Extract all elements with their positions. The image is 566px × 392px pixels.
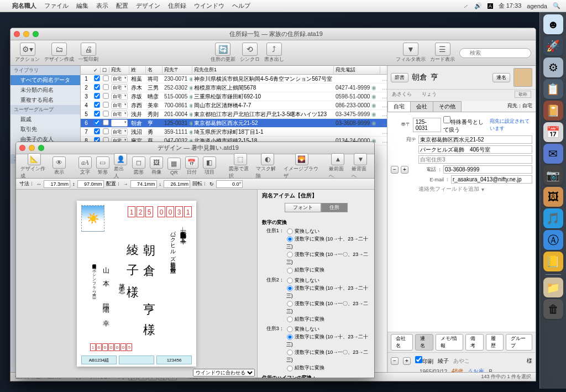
menu-layout[interactable]: 配置: [116, 2, 128, 10]
addr2-field[interactable]: [418, 145, 532, 154]
addr1-opt-kanji2[interactable]: 漢数字に変換 (10→一〇、23→二三): [284, 250, 370, 266]
design-create-button[interactable]: 🗂デザイン作成: [44, 43, 74, 63]
type-select[interactable]: 自宅: [111, 102, 128, 109]
height-field[interactable]: [77, 180, 104, 188]
row-check2[interactable]: [103, 111, 108, 116]
zoom-select[interactable]: ウインドウに合わせる: [193, 369, 255, 377]
dock-item[interactable]: 📅: [543, 122, 563, 142]
table-row[interactable]: 5自宅浅井秀則201-0004 ◉東京都狛江市岩戸北狛江市岩戸北1-3-5曙本ハ…: [81, 110, 387, 119]
width-field[interactable]: [44, 180, 70, 188]
avatar[interactable]: [513, 68, 532, 87]
table-row[interactable]: 6自宅朝倉亨125-0031 ◉東京都葛飾区西水元21-5203-3608-99…: [81, 119, 387, 128]
remove-contact-button[interactable]: −: [391, 166, 399, 174]
subtab-notes[interactable]: 備考: [465, 334, 484, 351]
tab-home[interactable]: 自宅: [387, 101, 411, 112]
menu-design[interactable]: デザイン: [136, 2, 160, 10]
table-row[interactable]: 7自宅浅沼勇359-1111 ◉埼玉県所沢市緑町18丁目1-1 …: [81, 128, 387, 137]
print-checkbox[interactable]: 印刷: [415, 356, 433, 365]
dock-item[interactable]: ⚙: [543, 58, 563, 77]
barcode-1[interactable]: AB1234組: [81, 356, 117, 364]
add-contact-button[interactable]: +: [401, 166, 408, 174]
filter-button[interactable]: ▼フィルタ表示: [396, 43, 426, 63]
subtab-history[interactable]: 履歴: [486, 334, 504, 351]
date-button[interactable]: 📅日付: [185, 156, 198, 176]
row-check1[interactable]: [94, 111, 99, 116]
item-button[interactable]: ◧項目: [203, 156, 216, 176]
special-zip-checkbox[interactable]: 特殊番号として扱う: [443, 116, 488, 134]
row-check2[interactable]: [103, 128, 108, 134]
sender-name2[interactable]: 菜子志: [118, 278, 126, 285]
barcode-3[interactable]: 123456: [156, 356, 192, 364]
addr1-opt-kanji1[interactable]: 漢数字に変換 (10→十、23→二十三): [284, 235, 370, 250]
search-input[interactable]: [459, 48, 531, 58]
table-row[interactable]: 1自宅相葉将司230-0071 ◉神奈川県横浜市鶴見区駒岡4-5-6青空マンショ…: [81, 75, 387, 83]
menu-edit[interactable]: 編集: [76, 2, 88, 10]
table-row[interactable]: 2自宅赤木三男252-0302 ◉相模原市南区上鶴間56780427-41-99…: [81, 83, 387, 92]
row-check1[interactable]: [94, 75, 99, 81]
recipient-name[interactable]: 朝 倉 亨 様: [141, 234, 158, 318]
barcode-2[interactable]: [119, 356, 154, 364]
row-check1[interactable]: [94, 128, 99, 134]
tel-field[interactable]: [443, 165, 532, 174]
row-check2[interactable]: [103, 119, 108, 125]
design-create-button[interactable]: 📐デザイン作成: [20, 153, 48, 180]
wifi-icon[interactable]: ⟋: [463, 3, 469, 9]
image-browser-button[interactable]: 🌄イメージブラウザ: [284, 153, 320, 180]
seg-font[interactable]: フォント: [285, 203, 321, 212]
menu-view[interactable]: 表示: [96, 2, 108, 10]
dock-item[interactable]: 🖼: [543, 187, 563, 207]
refresh-button[interactable]: 🔄住所の更新: [211, 43, 235, 63]
sender-button[interactable]: 👤差出人: [114, 153, 128, 180]
table-row[interactable]: 4自宅赤西美幸700-0861 ◉岡山市北区清輝橋4-7-7086-233-00…: [81, 101, 387, 110]
dock-item[interactable]: 🚀: [543, 36, 563, 56]
row-check2[interactable]: [103, 75, 108, 81]
addr3-opt-none[interactable]: 変換しない: [284, 325, 370, 333]
menu-file[interactable]: ファイル: [44, 2, 69, 10]
row-check1[interactable]: [94, 84, 99, 90]
dock-item[interactable]: ✉: [543, 144, 563, 164]
sync-button[interactable]: ⟲シンクロ: [240, 43, 260, 63]
stamp-area[interactable]: ☀️: [81, 205, 104, 232]
action-button[interactable]: ⚙▾アクション: [15, 43, 40, 63]
qr-button[interactable]: ▦QR: [167, 158, 181, 175]
card-view-button[interactable]: ☰カード表示: [430, 43, 455, 63]
email-field[interactable]: [451, 175, 532, 184]
family-remove-button[interactable]: −: [391, 357, 399, 365]
addr3-field[interactable]: [418, 155, 532, 164]
recipient-addr1[interactable]: 東京都葛飾区西水元二十一—五十二: [179, 227, 187, 338]
list-print-button[interactable]: 🖨一覧印刷: [78, 43, 98, 63]
recipient-addr2[interactable]: パークヒルズ葛飾 四〇六号室: [169, 227, 176, 338]
recipient-name2[interactable]: 綾 子 様: [124, 234, 141, 280]
menu-window[interactable]: ウインドウ: [194, 2, 224, 10]
menu-addressbook[interactable]: 住所録: [168, 2, 186, 10]
menubar-user[interactable]: agenda: [527, 3, 547, 9]
x-field[interactable]: [130, 180, 157, 188]
addr2-opt-group[interactable]: 組数字に変換: [284, 315, 370, 323]
sidebar-item-relatives[interactable]: 親戚: [11, 114, 80, 124]
rotation-field[interactable]: [216, 180, 243, 188]
dock-item[interactable]: 📒: [543, 252, 563, 271]
type-select[interactable]: 自宅: [111, 119, 128, 127]
dock-item[interactable]: 📔: [543, 101, 563, 121]
volume-icon[interactable]: 🔊: [474, 2, 482, 9]
sidebar-item-clients[interactable]: 取引先: [11, 124, 80, 134]
canvas[interactable]: ☀️ 1250031 東京都葛飾区西水元二十一—五十二 パークヒルズ葛飾 四〇六…: [16, 190, 257, 378]
export-button[interactable]: ⤴書き出し: [264, 43, 284, 63]
dock-item[interactable]: 🗑: [543, 299, 563, 319]
subtab-joint[interactable]: 連名: [415, 334, 433, 351]
joint-name-button[interactable]: 連名: [492, 73, 510, 82]
dest-set-link[interactable]: 宛先に設定されています: [490, 118, 532, 132]
addr2-opt-kanji2[interactable]: 漢数字に変換 (10→一〇、23→二三): [284, 300, 370, 315]
view-button[interactable]: 👁表示: [53, 156, 66, 176]
dock-item[interactable]: 📁: [543, 278, 563, 297]
row-check1[interactable]: [94, 119, 99, 125]
sidebar-item-duplicates[interactable]: 重複する宛名: [11, 95, 80, 105]
addr1-opt-none[interactable]: 変換しない: [284, 227, 370, 235]
addr2-opt-none[interactable]: 変換しない: [284, 276, 370, 284]
sender-name[interactable]: 山 本 陽陽 幸: [101, 262, 111, 318]
addr3-opt-kanji2[interactable]: 漢数字に変換 (10→一〇、23→二三): [284, 348, 370, 364]
dock-item[interactable]: 📷: [543, 165, 563, 185]
seg-address[interactable]: 住所: [321, 203, 348, 212]
row-check2[interactable]: [103, 102, 108, 107]
image-button[interactable]: 🖼画像: [150, 156, 163, 176]
